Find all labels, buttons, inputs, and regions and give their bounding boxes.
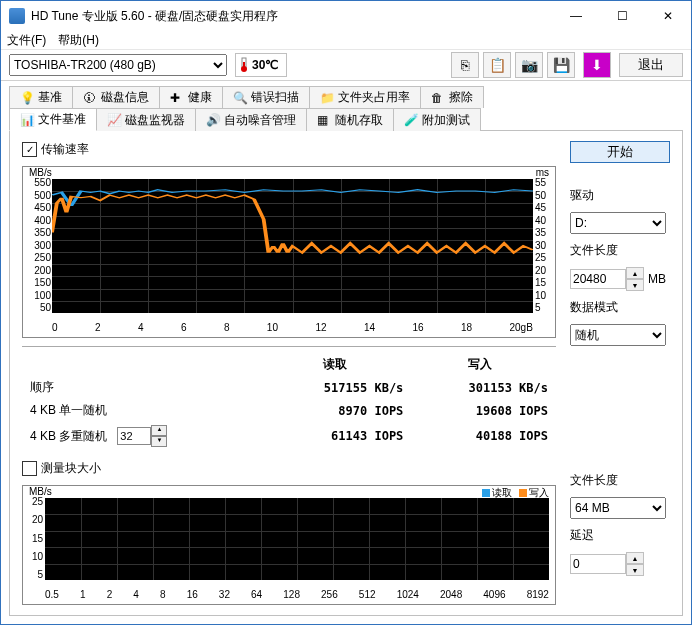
tab-label: 磁盘信息 xyxy=(101,89,149,106)
filelen-unit: MB xyxy=(648,272,666,286)
tab-icon: 🧪 xyxy=(404,113,418,127)
svg-rect-2 xyxy=(243,62,245,69)
filelen-label: 文件长度 xyxy=(570,242,670,259)
tab-label: 错误扫描 xyxy=(251,89,299,106)
tab-aam[interactable]: 🔊自动噪音管理 xyxy=(195,108,307,131)
queue-depth-input[interactable] xyxy=(117,427,151,445)
paste-button[interactable]: 📋 xyxy=(483,52,511,78)
result-row: 4 KB 单一随机8970 IOPS19608 IOPS xyxy=(26,399,552,422)
chart2-yaxis-left: 252015105 xyxy=(27,496,43,580)
app-window: HD Tune 专业版 5.60 - 硬盘/固态硬盘实用程序 — ☐ ✕ 文件(… xyxy=(0,0,692,625)
tab-erase[interactable]: 🗑擦除 xyxy=(420,86,484,108)
tab-icon: ▦ xyxy=(317,113,331,127)
menubar: 文件(F) 帮助(H) xyxy=(1,31,691,50)
exit-button[interactable]: 退出 xyxy=(619,53,683,77)
results-panel: 读取 写入 顺序517155 KB/s301153 KB/s4 KB 单一随机8… xyxy=(22,346,556,452)
tab-extratests[interactable]: 🧪附加测试 xyxy=(393,108,481,131)
chart2-xaxis: 0.512481632641282565121024204840968192 xyxy=(45,589,549,600)
temperature-value: 30℃ xyxy=(252,58,278,72)
tab-label: 文件基准 xyxy=(38,111,86,128)
result-write: 19608 IOPS xyxy=(407,399,552,422)
result-write: 40188 IOPS xyxy=(407,422,552,450)
tab-randomaccess[interactable]: ▦随机存取 xyxy=(306,108,394,131)
delay-spinner[interactable]: ▲▼ xyxy=(570,552,670,576)
start-button[interactable]: 开始 xyxy=(570,141,670,163)
maximize-button[interactable]: ☐ xyxy=(599,1,645,31)
menu-file[interactable]: 文件(F) xyxy=(7,32,46,49)
chart1-yaxis-left: 55050045040035030025020015010050 xyxy=(27,177,51,313)
queue-depth-spinner[interactable]: ▲▼ xyxy=(117,425,167,447)
tab-icon: 🔊 xyxy=(206,113,220,127)
tab-icon: 💡 xyxy=(20,91,34,105)
tab-label: 自动噪音管理 xyxy=(224,112,296,129)
close-button[interactable]: ✕ xyxy=(645,1,691,31)
thermometer-icon xyxy=(240,57,248,73)
result-read: 61143 IOPS xyxy=(263,422,408,450)
result-write: 301153 KB/s xyxy=(407,376,552,399)
spin-up-icon[interactable]: ▲ xyxy=(626,552,644,564)
delay-input[interactable] xyxy=(570,554,626,574)
header-write: 写入 xyxy=(407,353,552,376)
filelen-spinner[interactable]: ▲▼ xyxy=(570,267,644,291)
drive-select[interactable]: TOSHIBA-TR200 (480 gB) xyxy=(9,54,227,76)
datamode-label: 数据模式 xyxy=(570,299,670,316)
temperature-display: 30℃ xyxy=(235,53,287,77)
tab-content: ✓ 传输速率 MB/s ms 5505004504003503002502001… xyxy=(9,130,683,616)
app-icon xyxy=(9,8,25,24)
chart1-xaxis: 02468101214161820gB xyxy=(52,322,533,333)
blocksize-checkbox[interactable]: 测量块大小 xyxy=(22,460,556,477)
blocksize-label: 测量块大小 xyxy=(41,460,101,477)
result-label: 顺序 xyxy=(26,376,263,399)
tabs-row-2: 📊文件基准📈磁盘监视器🔊自动噪音管理▦随机存取🧪附加测试 xyxy=(9,107,683,130)
tab-icon: 📁 xyxy=(320,91,334,105)
tab-icon: 🛈 xyxy=(83,91,97,105)
filelen2-label: 文件长度 xyxy=(570,472,670,489)
tab-icon: 🗑 xyxy=(431,91,445,105)
checkbox-icon xyxy=(22,461,37,476)
drive-label: 驱动 xyxy=(570,187,670,204)
tabs-row-1: 💡基准🛈磁盘信息✚健康🔍错误扫描📁文件夹占用率🗑擦除 xyxy=(9,85,683,107)
tab-label: 文件夹占用率 xyxy=(338,89,410,106)
minimize-button[interactable]: — xyxy=(553,1,599,31)
tab-benchmark[interactable]: 💡基准 xyxy=(9,86,73,108)
download-button[interactable]: ⬇ xyxy=(583,52,611,78)
tab-health[interactable]: ✚健康 xyxy=(159,86,223,108)
result-row: 顺序517155 KB/s301153 KB/s xyxy=(26,376,552,399)
spin-down-icon[interactable]: ▼ xyxy=(626,564,644,576)
result-read: 8970 IOPS xyxy=(263,399,408,422)
menu-help[interactable]: 帮助(H) xyxy=(58,32,99,49)
drive-combo[interactable]: D: xyxy=(570,212,666,234)
save-button[interactable]: 💾 xyxy=(547,52,575,78)
chart1-yaxis-right: 555045403530252015105 xyxy=(535,177,551,313)
tab-icon: 🔍 xyxy=(233,91,247,105)
tab-icon: 📈 xyxy=(107,113,121,127)
tab-folderusage[interactable]: 📁文件夹占用率 xyxy=(309,86,421,108)
filelen2-combo[interactable]: 64 MB xyxy=(570,497,666,519)
chart-blocksize: MB/s 读取 写入 252015105 0.51248163264128256… xyxy=(22,485,556,605)
tab-label: 磁盘监视器 xyxy=(125,112,185,129)
tab-icon: ✚ xyxy=(170,91,184,105)
spin-up-icon[interactable]: ▲ xyxy=(626,267,644,279)
result-row: 4 KB 多重随机▲▼61143 IOPS40188 IOPS xyxy=(26,422,552,450)
transferrate-label: 传输速率 xyxy=(41,141,89,158)
tab-label: 擦除 xyxy=(449,89,473,106)
datamode-combo[interactable]: 随机 xyxy=(570,324,666,346)
delay-label: 延迟 xyxy=(570,527,670,544)
screenshot-button[interactable]: 📷 xyxy=(515,52,543,78)
tab-filebenchmark[interactable]: 📊文件基准 xyxy=(9,108,97,131)
tab-errorscan[interactable]: 🔍错误扫描 xyxy=(222,86,310,108)
tab-label: 附加测试 xyxy=(422,112,470,129)
result-read: 517155 KB/s xyxy=(263,376,408,399)
tab-diskmonitor[interactable]: 📈磁盘监视器 xyxy=(96,108,196,131)
result-label: 4 KB 单一随机 xyxy=(26,399,263,422)
chart-transferrate: MB/s ms 55050045040035030025020015010050… xyxy=(22,166,556,338)
spin-down-icon[interactable]: ▼ xyxy=(626,279,644,291)
titlebar: HD Tune 专业版 5.60 - 硬盘/固态硬盘实用程序 — ☐ ✕ xyxy=(1,1,691,31)
copy-button[interactable]: ⎘ xyxy=(451,52,479,78)
tab-label: 健康 xyxy=(188,89,212,106)
transferrate-checkbox[interactable]: ✓ 传输速率 xyxy=(22,141,556,158)
chart2-plot xyxy=(45,498,549,580)
tab-diskinfo[interactable]: 🛈磁盘信息 xyxy=(72,86,160,108)
filelen-input[interactable] xyxy=(570,269,626,289)
tab-icon: 📊 xyxy=(20,113,34,127)
